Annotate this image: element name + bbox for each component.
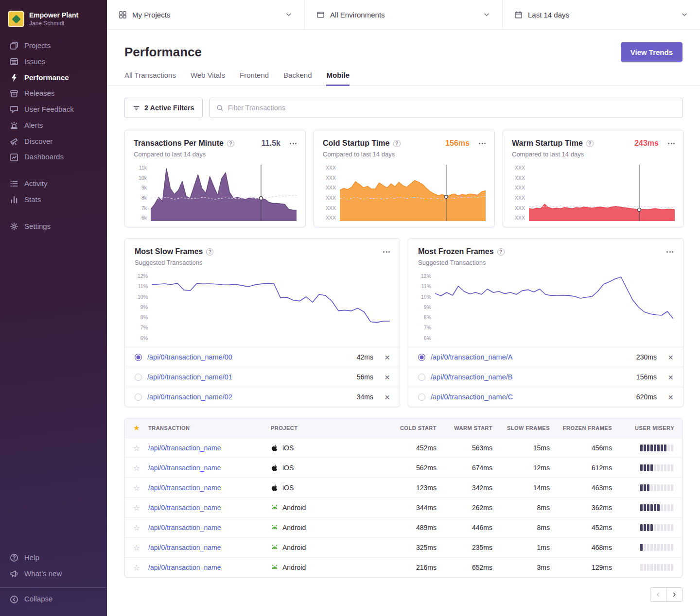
active-filters-button[interactable]: 2 Active Filters — [124, 98, 203, 118]
next-page-button[interactable] — [666, 587, 682, 602]
card-menu-button[interactable] — [290, 143, 297, 144]
projects-selector[interactable]: My Projects — [107, 0, 304, 29]
sidebar-item-settings[interactable]: Settings — [0, 219, 107, 235]
star-outline-icon[interactable]: ☆ — [133, 444, 140, 453]
tab-mobile[interactable]: Mobile — [326, 71, 350, 86]
column-header-transaction[interactable]: TRANSACTION — [148, 425, 271, 431]
tab-frontend[interactable]: Frontend — [240, 71, 269, 86]
question-mark-icon[interactable]: ? — [586, 140, 594, 147]
star-outline-icon[interactable]: ☆ — [133, 543, 140, 552]
sidebar-item-projects[interactable]: Projects — [0, 38, 107, 54]
transaction-link[interactable]: /api/0/transaction_name/A — [431, 353, 512, 361]
app-root: Empower Plant Jane Schmidt ProjectsIssue… — [0, 0, 700, 616]
transaction-link[interactable]: /api/0/transaction_name — [148, 564, 221, 571]
close-icon[interactable]: × — [385, 393, 390, 402]
transaction-radio[interactable] — [418, 394, 425, 401]
star-outline-icon[interactable]: ☆ — [133, 523, 140, 532]
close-icon[interactable]: × — [385, 353, 390, 362]
card-menu-button[interactable] — [479, 143, 486, 144]
column-header-cold-start[interactable]: COLD START — [391, 425, 444, 431]
chevron-down-icon — [483, 11, 490, 18]
slow-frames-value: 8ms — [500, 524, 558, 531]
transaction-link[interactable]: /api/0/transaction_name — [148, 524, 221, 531]
alerts-icon — [10, 121, 18, 130]
card-menu-button[interactable] — [383, 251, 390, 253]
close-icon[interactable]: × — [668, 373, 673, 382]
star-outline-icon[interactable]: ☆ — [133, 483, 140, 493]
sidebar-item-issues[interactable]: Issues — [0, 54, 107, 70]
question-mark-icon[interactable]: ? — [497, 248, 505, 256]
tab-all-transactions[interactable]: All Transactions — [124, 71, 176, 86]
sidebar-item-stats[interactable]: Stats — [0, 192, 107, 208]
card-menu-button[interactable] — [668, 143, 675, 144]
column-header-slow-frames[interactable]: SLOW FRAMES — [500, 425, 558, 431]
warm-start-value: 446ms — [444, 524, 500, 531]
transaction-link[interactable]: /api/0/transaction_name — [148, 444, 221, 452]
apple-icon — [271, 444, 279, 452]
transaction-link[interactable]: /api/0/transaction_name — [148, 544, 221, 551]
sidebar-item-help[interactable]: Help — [0, 550, 107, 566]
project-cell: Android — [271, 524, 391, 531]
sidebar-item-label: Performance — [24, 73, 69, 83]
user-misery-bars — [640, 464, 673, 471]
transaction-radio[interactable] — [135, 394, 142, 401]
table-row: ☆ /api/0/transaction_name Android 216ms … — [125, 557, 682, 577]
transaction-link[interactable]: /api/0/transaction_name — [148, 504, 221, 512]
transaction-radio[interactable] — [418, 374, 425, 381]
star-filled-icon[interactable]: ★ — [133, 424, 140, 432]
transaction-duration: 156ms — [636, 373, 657, 381]
question-mark-icon[interactable]: ? — [227, 140, 234, 147]
filter-transactions-input[interactable] — [228, 104, 676, 112]
sidebar-item-discover[interactable]: Discover — [0, 134, 107, 150]
column-header-project[interactable]: PROJECT — [271, 425, 391, 431]
star-outline-icon[interactable]: ☆ — [133, 463, 140, 473]
tab-backend[interactable]: Backend — [283, 71, 312, 86]
sidebar-item-label: Discover — [24, 137, 52, 146]
previous-page-button[interactable] — [650, 587, 666, 602]
sidebar-nav: ProjectsIssuesPerformanceReleasesUser Fe… — [0, 38, 107, 245]
date-range-selector[interactable]: Last 14 days — [502, 0, 700, 29]
column-header-user-misery[interactable]: USER MISERY — [620, 425, 682, 431]
sidebar-item-dashboards[interactable]: Dashboards — [0, 149, 107, 165]
question-mark-icon[interactable]: ? — [393, 140, 401, 147]
transaction-radio[interactable] — [135, 354, 142, 361]
transaction-link[interactable]: /api/0/transaction_name/00 — [147, 353, 232, 361]
close-icon[interactable]: × — [668, 393, 673, 402]
column-header-warm-start[interactable]: WARM START — [444, 425, 500, 431]
transaction-link[interactable]: /api/0/transaction_name/01 — [147, 373, 232, 381]
transaction-link[interactable]: /api/0/transaction_name/B — [431, 373, 512, 381]
sidebar-item-user-feedback[interactable]: User Feedback — [0, 102, 107, 118]
warm-start-value: 652ms — [444, 564, 500, 571]
tab-web-vitals[interactable]: Web Vitals — [191, 71, 225, 86]
org-logo — [8, 11, 24, 27]
transaction-link[interactable]: /api/0/transaction_name — [148, 484, 221, 492]
cold-start-value: 489ms — [391, 524, 444, 531]
transaction-link[interactable]: /api/0/transaction_name/02 — [147, 393, 232, 401]
sidebar-collapse-button[interactable]: Collapse — [0, 587, 107, 607]
star-outline-icon[interactable]: ☆ — [133, 503, 140, 513]
transaction-link[interactable]: /api/0/transaction_name — [148, 464, 221, 472]
transaction-radio[interactable] — [418, 354, 425, 361]
environment-selector[interactable]: All Environments — [304, 0, 502, 29]
android-icon — [271, 544, 279, 551]
sidebar-item-releases[interactable]: Releases — [0, 86, 107, 102]
sidebar-item-activity[interactable]: Activity — [0, 176, 107, 192]
search-box — [210, 98, 682, 118]
metric-cards: Transactions Per Minute? 11.5k Compared … — [124, 130, 682, 227]
sidebar-item-what-s-new[interactable]: What’s new — [0, 566, 107, 582]
star-outline-icon[interactable]: ☆ — [133, 563, 140, 572]
close-icon[interactable]: × — [668, 353, 673, 362]
transaction-radio[interactable] — [135, 374, 142, 381]
card-menu-button[interactable] — [666, 251, 673, 253]
frozen-frames-value: 468ms — [558, 544, 620, 551]
view-trends-button[interactable]: View Trends — [621, 42, 682, 62]
column-header-frozen-frames[interactable]: FROZEN FRAMES — [558, 425, 620, 431]
transaction-link[interactable]: /api/0/transaction_name/C — [431, 393, 513, 401]
transactions-per-minute-chart — [151, 165, 297, 221]
question-mark-icon[interactable]: ? — [206, 248, 213, 256]
filter-icon — [133, 104, 140, 112]
org-switcher[interactable]: Empower Plant Jane Schmidt — [0, 7, 107, 38]
sidebar-item-performance[interactable]: Performance — [0, 70, 107, 86]
close-icon[interactable]: × — [385, 373, 390, 382]
sidebar-item-alerts[interactable]: Alerts — [0, 118, 107, 134]
